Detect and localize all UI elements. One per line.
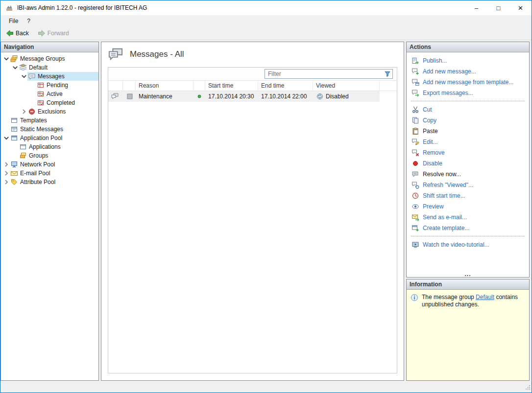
column-header-type[interactable] [108, 81, 123, 91]
cut-icon [411, 106, 419, 114]
forward-button[interactable]: Forward [35, 28, 72, 38]
chevron-right-icon[interactable] [21, 108, 27, 115]
messages-icon [28, 72, 36, 80]
action-add-new-message-from-template[interactable]: Add new message from template... [407, 77, 529, 88]
tree-item-attribute-pool[interactable]: Attribute Pool [1, 178, 98, 186]
column-header-end_time[interactable]: End time [258, 81, 313, 91]
tree-item-label: Default [29, 64, 49, 71]
tool-bar: Back Forward [0, 27, 532, 40]
tree-item-templates[interactable]: Templates [1, 116, 98, 125]
action-edit[interactable]: Edit... [407, 137, 529, 147]
action-watch-the-video-tutorial[interactable]: Watch the video-tutorial... [407, 239, 529, 250]
chevron-right-icon[interactable] [3, 170, 10, 177]
tree-item-default[interactable]: Default [1, 63, 98, 72]
remove-icon [411, 149, 419, 157]
tree-item-network-pool[interactable]: Network Pool [1, 160, 98, 169]
menu-item-file[interactable]: File [4, 16, 23, 26]
tree-item-messages[interactable]: Messages [1, 72, 98, 81]
action-label: Refresh "Viewed"... [423, 182, 473, 188]
column-header-start_time[interactable]: Start time [205, 81, 258, 91]
main-panel: Messages - All ReasonStart timeEnd timeV… [101, 42, 404, 381]
viewed-status-icon [316, 92, 324, 100]
close-button[interactable]: ✕ [509, 0, 532, 15]
actions-overflow[interactable]: ... [407, 272, 529, 277]
actions-panel: Actions Publish...Add new message...Add … [406, 42, 530, 277]
action-label: Disable [423, 160, 442, 167]
message-groups-icon [10, 55, 18, 63]
back-button[interactable]: Back [3, 28, 31, 38]
action-shift-start-time[interactable]: Shift start time... [407, 190, 529, 201]
action-send-as-e-mail[interactable]: Send as e-mail... [407, 212, 529, 223]
chevron-right-icon[interactable] [3, 179, 10, 185]
chevron-down-icon[interactable] [12, 64, 19, 71]
cell-start-time: 17.10.2014 20:30 [205, 91, 258, 102]
tree-item-groups[interactable]: Groups [1, 151, 98, 160]
action-copy[interactable]: Copy [407, 115, 529, 126]
tree-item-applications[interactable]: Applications [1, 142, 98, 151]
action-create-template[interactable]: Create template... [407, 223, 529, 233]
tree-item-label: Applications [29, 143, 63, 150]
tree-item-e-mail-pool[interactable]: E-mail Pool [1, 169, 98, 178]
column-header-color[interactable] [123, 81, 136, 91]
tree-item-message-groups[interactable]: Message Groups [1, 54, 98, 63]
refresh-viewed-icon [411, 181, 419, 189]
tree-item-exclusions[interactable]: Exclusions [1, 107, 98, 116]
cell-color [123, 91, 136, 102]
default-group-link[interactable]: Default [476, 294, 494, 301]
funnel-icon[interactable] [384, 70, 392, 78]
tree-item-content: Pending [36, 81, 98, 90]
action-export-messages[interactable]: Export messages... [407, 88, 529, 98]
back-arrow-icon [6, 29, 14, 37]
information-text: The message group Default contains unpub… [422, 294, 522, 308]
titlebar-spacer [147, 0, 465, 15]
action-refresh-viewed[interactable]: Refresh "Viewed"... [407, 180, 529, 190]
tree-item-static-messages[interactable]: Static Messages [1, 125, 98, 134]
tree-item-label: Network Pool [20, 161, 57, 168]
chevron-down-icon[interactable] [21, 73, 27, 80]
action-label: Send as e-mail... [423, 214, 467, 221]
tree-item-label: Messages [38, 73, 67, 80]
filter-input[interactable] [265, 70, 384, 77]
tree-item-label: Attribute Pool [20, 179, 57, 185]
right-column: Actions Publish...Add new message...Add … [406, 42, 530, 381]
column-header-status[interactable] [193, 81, 205, 91]
menu-item-help[interactable]: ? [23, 16, 35, 26]
chevron-down-icon[interactable] [3, 135, 10, 141]
tree-item-label: Groups [29, 152, 50, 159]
action-remove[interactable]: Remove [407, 147, 529, 158]
pending-icon [37, 81, 45, 89]
column-header-reason[interactable]: Reason [136, 81, 193, 91]
tree-item-application-pool[interactable]: Application Pool [1, 134, 98, 142]
chevron-right-icon[interactable] [3, 161, 10, 168]
action-disable[interactable]: Disable [407, 158, 529, 169]
message-row-icon [111, 92, 119, 100]
actions-separator [411, 236, 525, 236]
export-messages-icon [411, 89, 419, 97]
action-add-new-message[interactable]: Add new message... [407, 66, 529, 77]
column-header-viewed[interactable]: Viewed [313, 81, 380, 91]
navigation-panel: Navigation Message GroupsDefaultMessages… [0, 42, 99, 381]
minimize-button[interactable]: – [465, 0, 487, 15]
add-from-template-icon [411, 78, 419, 86]
tree-item-pending[interactable]: Pending [1, 81, 98, 90]
tree-item-active[interactable]: Active [1, 90, 98, 98]
resize-grip[interactable] [525, 385, 531, 392]
window-title: IBI-aws Admin 1.22.0 - registered for IB… [17, 4, 147, 11]
chevron-down-icon[interactable] [3, 55, 10, 62]
action-publish[interactable]: Publish... [407, 55, 529, 66]
action-label: Preview [423, 203, 444, 210]
tree-item-completed[interactable]: Completed [1, 98, 98, 107]
action-cut[interactable]: Cut [407, 104, 529, 115]
actions-header: Actions [407, 42, 529, 52]
resolve-icon [411, 170, 419, 178]
maximize-button[interactable]: □ [487, 0, 509, 15]
navigation-header: Navigation [1, 42, 98, 52]
action-paste[interactable]: Paste [407, 126, 529, 137]
action-label: Add new message... [423, 68, 476, 75]
table-row[interactable]: Maintenance17.10.2014 20:3017.10.2014 22… [108, 91, 380, 102]
action-label: Export messages... [423, 90, 473, 96]
color-box-icon [126, 92, 134, 100]
action-preview[interactable]: Preview [407, 201, 529, 212]
action-resolve-now[interactable]: Resolve now... [407, 169, 529, 180]
action-label: Copy [423, 117, 436, 124]
